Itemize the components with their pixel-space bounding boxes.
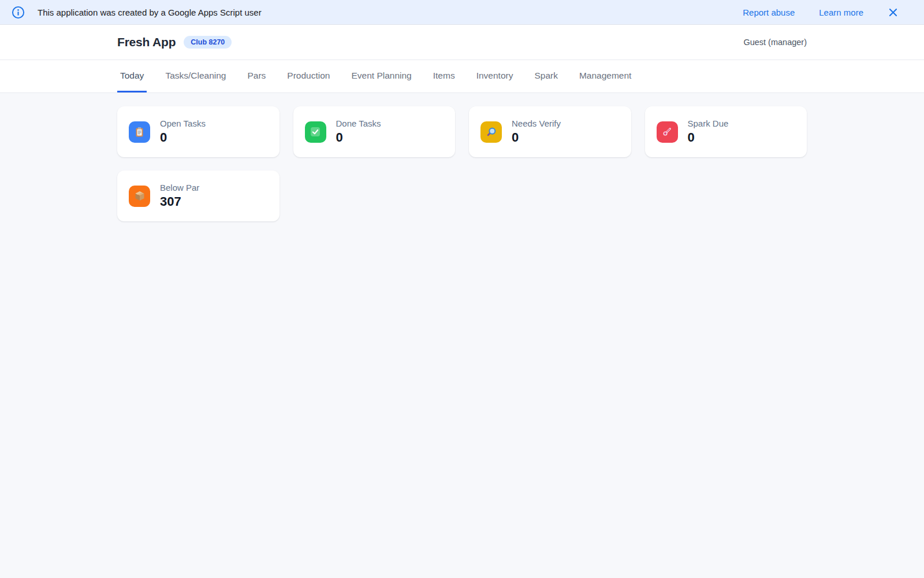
tab-spark[interactable]: Spark bbox=[531, 60, 561, 92]
card-value: 307 bbox=[160, 194, 199, 209]
club-badge: Club 8270 bbox=[184, 36, 232, 49]
clipboard-icon bbox=[129, 121, 150, 143]
tab-management[interactable]: Management bbox=[576, 60, 634, 92]
close-icon[interactable] bbox=[888, 7, 899, 18]
info-icon bbox=[12, 6, 25, 19]
stat-card-open-tasks: Open Tasks 0 bbox=[117, 106, 280, 157]
package-icon bbox=[129, 186, 150, 207]
banner-text: This application was created by a Google… bbox=[38, 8, 262, 17]
app-header: Fresh App Club 8270 Guest (manager) bbox=[0, 25, 924, 60]
tab-items[interactable]: Items bbox=[430, 60, 458, 92]
tab-inventory[interactable]: Inventory bbox=[474, 60, 516, 92]
card-label: Spark Due bbox=[688, 118, 729, 128]
tab-pars[interactable]: Pars bbox=[244, 60, 269, 92]
stat-card-below-par: Below Par 307 bbox=[117, 171, 280, 221]
card-label: Open Tasks bbox=[160, 118, 206, 128]
stat-card-done-tasks: Done Tasks 0 bbox=[293, 106, 456, 157]
card-value: 0 bbox=[688, 130, 729, 145]
user-role-label: Guest (manager) bbox=[743, 38, 807, 47]
tab-tasks-cleaning[interactable]: Tasks/Cleaning bbox=[162, 60, 229, 92]
card-label: Below Par bbox=[160, 183, 199, 192]
tab-bar: Today Tasks/Cleaning Pars Production Eve… bbox=[0, 60, 924, 93]
learn-more-link[interactable]: Learn more bbox=[819, 8, 863, 17]
card-value: 0 bbox=[336, 130, 381, 145]
card-value: 0 bbox=[160, 130, 206, 145]
page-title: Fresh App bbox=[117, 35, 176, 49]
card-label: Needs Verify bbox=[512, 118, 561, 128]
apps-script-banner: This application was created by a Google… bbox=[0, 0, 924, 25]
thermometer-icon bbox=[657, 121, 678, 143]
magnifier-icon bbox=[480, 121, 502, 143]
tab-production[interactable]: Production bbox=[284, 60, 333, 92]
tab-today[interactable]: Today bbox=[117, 60, 147, 92]
tab-event-planning[interactable]: Event Planning bbox=[348, 60, 414, 92]
report-abuse-link[interactable]: Report abuse bbox=[743, 8, 795, 17]
today-panel: Open Tasks 0 Done Tasks 0 bbox=[0, 93, 924, 256]
check-icon bbox=[305, 121, 326, 143]
card-value: 0 bbox=[512, 130, 561, 145]
stat-card-spark-due: Spark Due 0 bbox=[645, 106, 807, 157]
stat-card-needs-verify: Needs Verify 0 bbox=[469, 106, 631, 157]
card-label: Done Tasks bbox=[336, 118, 381, 128]
